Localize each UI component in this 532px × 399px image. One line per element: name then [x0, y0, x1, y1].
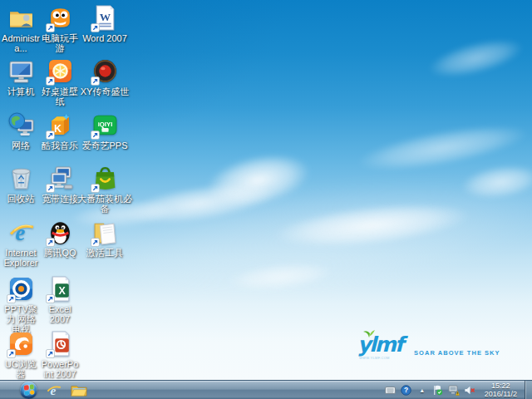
shortcut-arrow-icon	[91, 238, 100, 247]
taskbar-internet-explorer-button[interactable]: e	[43, 382, 63, 399]
desktop-icon-internet-explorer[interactable]: eInternet Explorer	[2, 219, 40, 268]
cloud	[112, 161, 532, 313]
desktop-icon-tencent-qq[interactable]: 腾讯QQ	[41, 219, 79, 258]
network-status-icon[interactable]	[448, 384, 460, 396]
volume-muted-icon[interactable]	[464, 384, 475, 396]
kuwo-music-icon: K	[47, 111, 74, 139]
network-icon	[7, 111, 35, 139]
desktop-icon-broadband-connection[interactable]: 宽带连接	[41, 165, 79, 204]
internet-explorer-icon: e	[46, 382, 62, 398]
desktop-icon-xy-chuanqi-shengshi[interactable]: XY传奇盛世	[76, 57, 133, 96]
desktop-icon-network[interactable]: 网络	[2, 111, 40, 150]
folder-icon	[71, 383, 87, 397]
svg-text:W: W	[99, 11, 111, 23]
svg-text:K: K	[53, 123, 61, 135]
taskbar-clock[interactable]: 15:22 2016/11/2	[479, 382, 523, 398]
language-bar-icon[interactable]	[385, 384, 397, 396]
internet-explorer-icon: e	[7, 219, 35, 246]
shortcut-arrow-icon	[46, 23, 55, 32]
desktop-icon-label: 大番茄装机必备	[76, 194, 133, 214]
desktop-icon-label: XY传奇盛世	[81, 86, 130, 96]
desktop-icon-computer[interactable]: 计算机	[2, 57, 40, 96]
shortcut-arrow-icon	[91, 184, 100, 193]
uc-browser-icon	[7, 330, 35, 357]
show-desktop-button[interactable]	[525, 381, 532, 399]
action-center-icon[interactable]	[432, 384, 444, 396]
desktop-icon-recycle-bin[interactable]: 回收站	[2, 165, 40, 204]
pptv-juli-icon	[7, 275, 35, 303]
shortcut-arrow-icon	[46, 131, 55, 140]
desktop-icon-label: 网络	[12, 140, 30, 150]
cloud	[123, 177, 276, 231]
desktop-wallpaper[interactable]: Administra...电脑玩手游WWord 2007计算机好桌道壁纸XY传奇…	[0, 0, 532, 380]
desktop-icon-label: 回收站	[7, 194, 35, 204]
desktop-icon-label: 腾讯QQ	[43, 248, 76, 258]
broadband-connection-icon	[47, 165, 74, 192]
taskbar-left-group: e	[0, 382, 89, 399]
desktop-icon-iqiyi-pps[interactable]: iQIYI爱奇艺PPS	[76, 111, 133, 150]
desktop-icon-label: Administra...	[2, 33, 40, 53]
cloud	[273, 196, 471, 254]
word-2007-icon: W	[91, 4, 119, 32]
cloud	[426, 32, 525, 85]
shortcut-arrow-icon	[91, 76, 100, 86]
cloud	[228, 259, 333, 295]
chevron-up-icon: ▲	[419, 387, 425, 393]
shortcut-arrow-icon	[91, 131, 100, 140]
powerpoint-2007-icon	[47, 330, 74, 357]
desktop-icon-label: 电脑玩手游	[41, 33, 79, 53]
svg-text:e: e	[50, 382, 56, 397]
desktop-icon-label: PowerPoint 2007	[41, 359, 79, 379]
diannao-wan-shouyou-icon	[47, 4, 74, 32]
iqiyi-pps-icon: iQIYI	[91, 111, 119, 139]
cloud	[460, 161, 532, 204]
desktop-icon-haozhuodao-wallpaper[interactable]: 好桌道壁纸	[41, 57, 79, 106]
svg-text:e: e	[15, 220, 25, 245]
start-button[interactable]	[20, 382, 37, 399]
desktop-icon-diannao-wan-shouyou[interactable]: 电脑玩手游	[41, 4, 79, 53]
cloud	[356, 117, 530, 180]
xy-chuanqi-shengshi-icon	[91, 57, 119, 85]
svg-text:?: ?	[404, 386, 408, 394]
desktop-icon-excel-2007[interactable]: XExcel 2007	[41, 275, 79, 324]
desktop-icon-label: 激活工具	[86, 248, 123, 258]
desktop-icon-pptv-juli[interactable]: PPTV聚力 网络电视	[2, 275, 40, 334]
desktop-icon-kuwo-music[interactable]: K酷我音乐	[41, 111, 79, 150]
desktop-icon-dafanqie-zhuangji-bibei[interactable]: 大番茄装机必备	[76, 165, 133, 214]
desktop-icon-label: 计算机	[7, 86, 35, 96]
excel-2007-icon: X	[47, 275, 74, 303]
tencent-qq-icon	[47, 219, 74, 246]
taskbar: e ? ▲ 15:22 2016/11/2	[0, 380, 532, 399]
recycle-bin-icon	[7, 165, 35, 192]
shortcut-arrow-icon	[7, 349, 16, 358]
desktop-icon-jihuo-gongju[interactable]: 激活工具	[76, 219, 133, 258]
ylmf-tagline-text: SOAR ABOVE THE SKY	[414, 349, 500, 357]
desktop-icon-label: 宽带连接	[42, 194, 78, 204]
desktop-icon-uc-browser[interactable]: UC浏览器	[2, 330, 40, 379]
administrator-folder-icon	[7, 4, 35, 32]
leaf-icon	[362, 329, 376, 338]
taskbar-windows-explorer-button[interactable]	[69, 382, 89, 399]
dafanqie-zhuangji-bibei-icon	[91, 165, 119, 192]
computer-icon	[7, 57, 35, 85]
clock-time: 15:22	[485, 382, 517, 390]
cloud	[202, 146, 313, 215]
shortcut-arrow-icon	[46, 76, 55, 86]
ylmf-watermark: ylmf WWW.YLMF.COM SOAR ABOVE THE SKY	[357, 334, 524, 367]
shortcut-arrow-icon	[46, 238, 55, 247]
desktop-icon-word-2007[interactable]: WWord 2007	[76, 4, 133, 43]
desktop-icon-label: 爱奇艺PPS	[81, 140, 127, 150]
shortcut-arrow-icon	[7, 294, 16, 303]
system-tray: ? ▲	[382, 384, 479, 396]
desktop-icon-label: Word 2007	[82, 33, 127, 43]
help-icon[interactable]: ?	[401, 384, 412, 396]
show-hidden-icons-button[interactable]: ▲	[416, 384, 428, 396]
haozhuodao-wallpaper-icon	[47, 57, 74, 85]
desktop-icon-powerpoint-2007[interactable]: PowerPoint 2007	[41, 330, 79, 379]
desktop-icon-administrator-folder[interactable]: Administra...	[2, 4, 40, 53]
shortcut-arrow-icon	[46, 184, 55, 193]
desktop-icon-label: Internet Explorer	[2, 248, 40, 268]
shortcut-arrow-icon	[46, 294, 55, 303]
desktop-icon-label: UC浏览器	[2, 359, 40, 379]
clock-date: 2016/11/2	[485, 390, 517, 398]
